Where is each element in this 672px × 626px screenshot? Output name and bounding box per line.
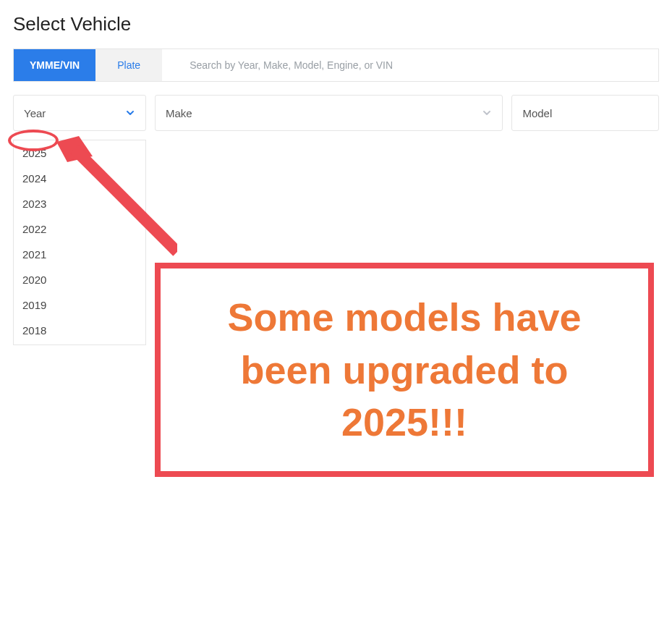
year-option[interactable]: 2025	[14, 140, 145, 166]
year-option[interactable]: 2018	[14, 318, 145, 343]
page-title: Select Vehicle	[0, 0, 672, 35]
year-option[interactable]: 2024	[14, 166, 145, 191]
tab-plate[interactable]: Plate	[95, 49, 162, 81]
year-selector-label: Year	[24, 107, 46, 119]
year-dropdown: 20252024202320222021202020192018	[13, 140, 146, 345]
chevron-down-icon	[482, 108, 492, 118]
make-selector-label: Make	[166, 107, 192, 119]
annotation-text: Some models have been upgraded to 2025!!…	[182, 291, 626, 449]
year-option[interactable]: 2021	[14, 242, 145, 267]
search-input[interactable]	[162, 49, 658, 81]
year-option[interactable]: 2022	[14, 216, 145, 242]
annotation-callout: Some models have been upgraded to 2025!!…	[155, 263, 654, 477]
chevron-down-icon	[125, 108, 135, 118]
model-selector-label: Model	[522, 107, 552, 119]
year-dropdown-scroll[interactable]: 20252024202320222021202020192018	[14, 140, 145, 344]
year-selector[interactable]: Year	[13, 95, 146, 131]
year-option[interactable]: 2019	[14, 292, 145, 318]
tab-ymme-vin[interactable]: YMME/VIN	[14, 49, 95, 81]
selectors-row: Year Make Model	[13, 95, 659, 131]
year-option[interactable]: 2023	[14, 191, 145, 216]
search-toolbar: YMME/VIN Plate	[13, 48, 659, 82]
year-option[interactable]: 2020	[14, 267, 145, 292]
make-selector[interactable]: Make	[155, 95, 503, 131]
search-area	[162, 49, 658, 81]
model-selector[interactable]: Model	[511, 95, 659, 131]
